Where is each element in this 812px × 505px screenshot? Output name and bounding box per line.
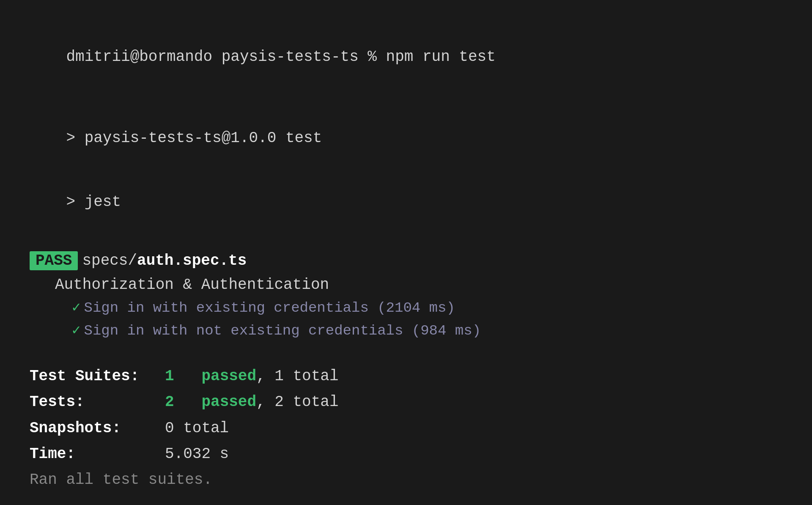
- ran-all-text: Ran all test suites.: [30, 467, 782, 493]
- suites-passed: passed: [201, 368, 256, 385]
- test-suites-line: Test Suites: 1 passed, 1 total: [30, 363, 782, 389]
- script-line-1: > paysis-tests-ts@1.0.0 test: [30, 106, 782, 170]
- test-suites-label: Test Suites:: [30, 363, 165, 389]
- tests-line: Tests: 2 passed, 2 total: [30, 389, 782, 415]
- tests-passed: passed: [201, 393, 256, 411]
- terminal-window: dmitrii@bormando paysis-tests-ts % npm r…: [0, 0, 812, 505]
- check-icon-2: ✓: [72, 323, 80, 339]
- snapshots-line: Snapshots: 0 total: [30, 415, 782, 441]
- time-value: 5.032 s: [165, 441, 229, 467]
- command-line: dmitrii@bormando paysis-tests-ts % npm r…: [30, 25, 782, 89]
- tests-num: 2: [165, 393, 174, 411]
- script-line-2: > jest: [30, 170, 782, 234]
- pass-file-bold: auth.spec.ts: [137, 252, 247, 269]
- snapshots-label: Snapshots:: [30, 415, 165, 441]
- time-label: Time:: [30, 441, 165, 467]
- suite-name: Authorization & Authentication: [30, 274, 782, 296]
- pass-badge: PASS: [30, 251, 78, 270]
- check-icon-1: ✓: [72, 300, 80, 316]
- pass-line: PASS specs/auth.spec.ts: [30, 251, 782, 270]
- tests-label: Tests:: [30, 389, 165, 415]
- test-suites-value: 1 passed, 1 total: [165, 363, 339, 389]
- final-prompt-line: dmitrii@bormando paysis-tests-ts %: [30, 493, 782, 505]
- time-line: Time: 5.032 s: [30, 441, 782, 467]
- snapshots-value: 0 total: [165, 415, 229, 441]
- summary-section: Test Suites: 1 passed, 1 total Tests: 2 …: [30, 363, 782, 467]
- test-item-2: ✓Sign in with not existing credentials (…: [30, 319, 782, 342]
- suites-num: 1: [165, 368, 174, 385]
- prompt-command: dmitrii@bormando paysis-tests-ts % npm r…: [66, 48, 495, 66]
- tests-value: 2 passed, 2 total: [165, 389, 339, 415]
- pass-file-prefix: specs/auth.spec.ts: [82, 252, 247, 269]
- test-item-1: ✓Sign in with existing credentials (2104…: [30, 296, 782, 319]
